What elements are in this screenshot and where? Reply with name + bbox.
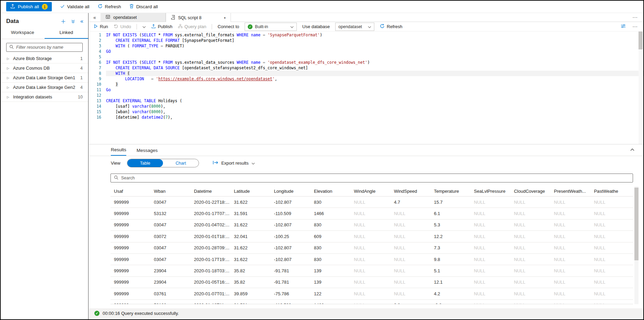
code-line[interactable]: [datetime] datetime2(7), xyxy=(106,115,643,120)
table-cell: NULL xyxy=(590,211,633,216)
table-cell: NULL xyxy=(511,200,551,205)
results-search-input[interactable] xyxy=(121,176,630,180)
query-plan-button[interactable]: Query plan xyxy=(178,24,207,29)
table-row[interactable]: 999999030472020-01-22T18:...31.622-102.8… xyxy=(110,197,633,208)
chevron-down-icon xyxy=(368,24,371,29)
code-line[interactable]: WITH ( FORMAT_TYPE = PARQUET) xyxy=(106,43,643,49)
code-line[interactable]: CREATE EXTERNAL TABLE Holidays ( xyxy=(106,98,643,104)
table-cell: NULL xyxy=(511,280,551,285)
tree-item[interactable]: ▷Azure Data Lake Storage Gen24 xyxy=(1,83,88,92)
tab-messages[interactable]: Messages xyxy=(137,148,158,156)
main-area: « opendataset SQL script 8 ● ⋯ Run Undo xyxy=(89,13,643,319)
tab-sql-script-8[interactable]: SQL script 8 ● xyxy=(166,13,231,22)
settings-sliders-icon[interactable] xyxy=(620,24,626,29)
tab-workspace[interactable]: Workspace xyxy=(1,30,45,39)
tree-item[interactable]: ▷Azure Blob Storage1 xyxy=(1,54,88,63)
table-cell: 139 xyxy=(311,268,351,273)
column-header[interactable]: Wban xyxy=(151,189,191,194)
code-line[interactable] xyxy=(106,54,643,60)
validate-all-button[interactable]: Validate all xyxy=(60,4,90,10)
code-line[interactable]: IF NOT EXISTS (SELECT * FROM sys.externa… xyxy=(106,60,643,65)
table-cell: NULL xyxy=(470,257,511,262)
collapse-panel-icon[interactable]: « xyxy=(89,13,101,22)
column-header[interactable]: WindAngle xyxy=(351,189,391,194)
table-cell: NULL xyxy=(351,200,391,205)
chevron-right-icon[interactable]: ▷ xyxy=(7,76,9,80)
run-button[interactable]: Run xyxy=(94,24,108,29)
code-line[interactable]: CREATE EXTERNAL DATA SOURCE [opendataset… xyxy=(106,65,643,71)
table-cell: 12.1 xyxy=(431,280,471,285)
code-line[interactable]: CREATE EXTERNAL FILE FORMAT [SynapseParq… xyxy=(106,38,643,43)
chevron-right-icon[interactable]: ▷ xyxy=(7,57,9,60)
table-row[interactable]: 999999239042020-01-18T03:...35.82-91.781… xyxy=(110,265,633,276)
code-line[interactable]: LOCATION = 'https://example.dfs.core.win… xyxy=(106,76,643,82)
tab-opendataset[interactable]: opendataset xyxy=(101,13,166,22)
code-line[interactable]: IF NOT EXISTS (SELECT * FROM sys.externa… xyxy=(106,32,643,38)
connect-to-dropdown[interactable]: ✓ Built-in xyxy=(245,23,297,31)
tree-item[interactable]: ▷Azure Cosmos DB4 xyxy=(1,63,88,73)
table-row[interactable]: 999999030472020-01-28T09:...31.622-102.8… xyxy=(110,242,633,254)
chevron-right-icon[interactable]: ▷ xyxy=(7,95,9,99)
code-line[interactable]: Go xyxy=(106,87,643,93)
view-table-button[interactable]: Table xyxy=(127,159,163,167)
column-header[interactable]: WindSpeed xyxy=(390,189,431,194)
collapse-sidebar-icon[interactable]: « xyxy=(80,19,83,24)
code-line[interactable]: [usaf] varchar(8000), xyxy=(106,104,643,109)
column-header[interactable]: CloudCoverage xyxy=(511,189,551,194)
code-line[interactable] xyxy=(106,93,643,98)
tree-item[interactable]: ▷Integration datasets10 xyxy=(1,92,88,102)
divider xyxy=(212,24,212,29)
use-database-dropdown[interactable]: opendataset xyxy=(335,23,374,31)
collapse-all-icon[interactable] xyxy=(71,19,75,24)
view-chart-button[interactable]: Chart xyxy=(163,159,199,167)
column-header[interactable]: Elevation xyxy=(311,189,351,194)
refresh-database-button[interactable]: Refresh xyxy=(380,24,402,29)
table-row[interactable]: 999999030722020-01-01T18:...32.041-100.2… xyxy=(110,231,633,242)
tab-linked[interactable]: Linked xyxy=(45,30,89,39)
undo-button[interactable]: Undo xyxy=(114,24,131,29)
refresh-button[interactable]: Refresh xyxy=(98,4,121,10)
column-header[interactable]: PresentWeath... xyxy=(551,189,591,194)
column-header[interactable]: Usaf xyxy=(110,189,151,194)
code-line[interactable]: [wban] varchar(8000), xyxy=(106,109,643,115)
filter-input[interactable] xyxy=(16,45,80,50)
column-header[interactable]: SeaLvlPressure xyxy=(470,189,511,194)
add-resource-icon[interactable] xyxy=(61,19,66,24)
column-header[interactable]: PastWeathe xyxy=(590,189,633,194)
editor-code[interactable]: IF NOT EXISTS (SELECT * FROM sys.externa… xyxy=(106,32,643,144)
discard-all-button[interactable]: Discard all xyxy=(129,4,158,10)
tab-bar-more-icon[interactable]: ⋯ xyxy=(632,14,643,21)
chevron-right-icon[interactable]: ▷ xyxy=(7,86,9,89)
column-header[interactable]: Datetime xyxy=(190,189,231,194)
table-row[interactable]: 999999531322020-01-10T11:...31.591-110.5… xyxy=(110,300,633,304)
column-header[interactable]: Latitude xyxy=(231,189,271,194)
table-row[interactable]: 999999239042020-01-05T16:...35.82-91.781… xyxy=(110,277,633,288)
table-row[interactable]: 999999531322020-01-17T07:...31.591-110.5… xyxy=(110,208,633,219)
table-row[interactable]: 999999030472020-01-17T19:...31.622-102.8… xyxy=(110,254,633,265)
sql-editor[interactable]: 12345678910111213141516 IF NOT EXISTS (S… xyxy=(89,32,643,144)
table-cell: 2020-01-17T19:... xyxy=(190,257,231,262)
collapse-results-icon[interactable] xyxy=(630,146,643,156)
column-header[interactable]: Temperature xyxy=(431,189,471,194)
scrollbar-thumb[interactable] xyxy=(634,188,639,260)
toolbar-more-icon[interactable]: ⋯ xyxy=(632,24,638,30)
editor-scrollbar[interactable] xyxy=(639,32,643,144)
column-header[interactable]: Longitude xyxy=(270,189,311,194)
tab-results[interactable]: Results xyxy=(111,147,126,156)
trash-icon xyxy=(129,4,134,10)
code-line[interactable]: GO xyxy=(106,49,643,54)
scrollbar-thumb[interactable] xyxy=(639,32,643,49)
table-scrollbar[interactable] xyxy=(634,186,639,304)
publish-all-button[interactable]: Publish all 1 xyxy=(6,2,52,11)
tree-item[interactable]: ▷Azure Data Lake Storage Gen11 xyxy=(1,73,88,83)
table-row[interactable]: 999999037612020-01-07T01:...39.859-75.78… xyxy=(110,288,633,299)
table-row[interactable]: 999999030472020-01-04T02:...31.622-102.8… xyxy=(110,220,633,231)
table-cell: NULL xyxy=(551,234,591,239)
code-line[interactable]: WITH ( xyxy=(106,71,643,76)
export-results-button[interactable]: Export results xyxy=(213,161,255,166)
chevron-down-icon[interactable] xyxy=(142,24,146,29)
table-cell: 4.7 xyxy=(390,200,431,205)
code-line[interactable]: ) xyxy=(106,82,643,87)
publish-button[interactable]: Publish xyxy=(151,24,173,29)
chevron-right-icon[interactable]: ▷ xyxy=(7,67,9,70)
